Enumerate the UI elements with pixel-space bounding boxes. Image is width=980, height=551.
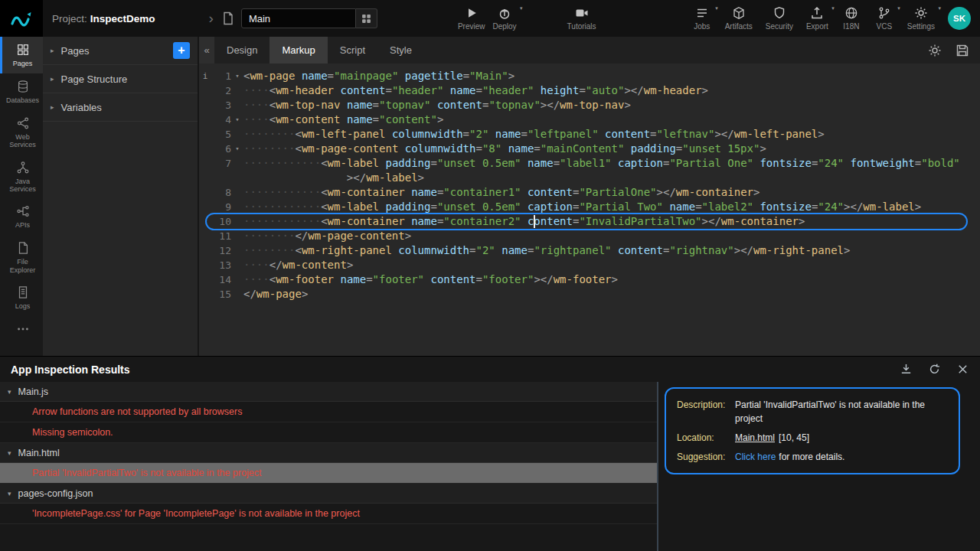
page-file-icon <box>221 11 235 26</box>
tab-style[interactable]: Style <box>377 37 424 64</box>
suggestion-label: Suggestion: <box>677 450 729 464</box>
sidebar-item-file-explorer[interactable]: File Explorer <box>0 235 43 279</box>
explorer-section-variables[interactable]: ▸Variables <box>43 93 198 122</box>
code-line-2[interactable]: 2····<wm-header content="header" name="h… <box>199 83 980 98</box>
fold-chevron-icon[interactable]: ▾ <box>231 69 243 83</box>
suggestion-link[interactable]: Click here <box>735 452 776 462</box>
page-selector-value: Main <box>249 13 270 24</box>
action-jobs[interactable]: ▾Jobs <box>688 5 716 32</box>
action-vcs[interactable]: ▾VCS <box>871 5 898 32</box>
project-name: InspectDemo <box>90 13 155 24</box>
tab-script[interactable]: Script <box>328 37 377 64</box>
action-preview[interactable]: Preview <box>454 5 489 32</box>
inspection-item[interactable]: Arrow functions are not supported by all… <box>0 402 657 422</box>
code-line-11[interactable]: 11········</wm-page-content> <box>199 229 980 243</box>
topbar: Project:InspectDemo › Main Preview▾Deplo… <box>0 0 980 37</box>
code-line-15[interactable]: 15</wm-page> <box>199 287 980 302</box>
inspection-detail: Description: Partial 'InvalidPartialTwo'… <box>658 382 980 551</box>
action-i18n[interactable]: I18N <box>838 5 865 32</box>
explorer-section-pages[interactable]: ▸Pages+ <box>43 37 198 65</box>
inspection-group-main-js[interactable]: ▾Main.js <box>0 382 657 402</box>
user-avatar[interactable]: SK <box>948 7 971 30</box>
markup-settings-gear-icon[interactable] <box>928 44 942 57</box>
code-text: </wm-page> <box>243 287 980 302</box>
chevron-down-icon: ▾ <box>831 5 835 11</box>
description-label: Description: <box>677 398 729 425</box>
code-text: ········<wm-left-panel columnwidth="2" n… <box>243 127 980 142</box>
tab-markup[interactable]: Markup <box>270 37 327 64</box>
code-line-14[interactable]: 14····<wm-footer name="footer" content="… <box>199 272 980 287</box>
line-number: 6 <box>211 142 231 156</box>
action-tutorials[interactable]: Tutorials <box>564 5 600 32</box>
action-deploy[interactable]: ▾Deploy <box>488 5 520 32</box>
inspection-item[interactable]: Partial 'InvalidPartialTwo' is not avail… <box>0 463 657 484</box>
fold-spacer <box>231 229 243 243</box>
editor-tabs: DesignMarkupScriptStyle <box>214 37 424 64</box>
sidebar-item-label: Pages <box>13 60 33 67</box>
sidebar-item-databases[interactable]: Databases <box>0 73 43 110</box>
pages-grid-icon <box>16 43 30 57</box>
project-label: Project: <box>52 13 87 24</box>
fold-spacer <box>231 127 243 142</box>
text-cursor <box>534 215 535 228</box>
fold-chevron-icon[interactable]: ▾ <box>231 142 243 156</box>
code-line-4[interactable]: 4▾····<wm-content name="content"> <box>199 112 980 127</box>
action-export[interactable]: ▾Export <box>802 5 832 32</box>
location-value: Main.html[10, 45] <box>735 431 948 445</box>
code-line-10[interactable]: 10············<wm-container name="contai… <box>199 214 980 229</box>
code-line-8[interactable]: 8············<wm-container name="contain… <box>199 185 980 200</box>
gutter-info-icon <box>199 185 211 200</box>
close-icon[interactable] <box>956 363 969 376</box>
code-line-3[interactable]: 3····<wm-top-nav name="topnav" content="… <box>199 98 980 112</box>
sidebar-item-pages[interactable]: Pages <box>0 37 43 73</box>
code-line-13[interactable]: 13····</wm-content> <box>199 258 980 272</box>
sidebar-item-apis[interactable]: APIs <box>0 198 43 235</box>
page-selector[interactable]: Main <box>241 8 356 28</box>
action-artifacts[interactable]: Artifacts <box>721 5 756 32</box>
inspection-file-name: Main.js <box>18 386 49 397</box>
inspection-title: App Inspection Results <box>11 364 130 376</box>
save-icon[interactable] <box>956 44 969 57</box>
download-icon[interactable] <box>900 363 913 376</box>
inspection-item[interactable]: Missing semicolon. <box>0 422 657 443</box>
activity-bar: PagesDatabasesWeb ServicesJava ServicesA… <box>0 37 43 356</box>
sidebar-item-logs[interactable]: Logs <box>0 279 43 316</box>
code-line-6[interactable]: 6▾········<wm-page-content columnwidth="… <box>199 142 980 156</box>
code-line-7[interactable]: 7············<wm-label padding="unset 0.… <box>199 156 980 171</box>
sidebar-item-web-services[interactable]: Web Services <box>0 110 43 155</box>
fold-spacer <box>231 98 243 112</box>
sidebar-item-java-services[interactable]: Java Services <box>0 155 43 199</box>
code-line-12[interactable]: 12········<wm-right-panel columnwidth="2… <box>199 243 980 258</box>
fold-chevron-icon[interactable]: ▾ <box>231 112 243 127</box>
shield-icon <box>773 6 786 20</box>
action-settings[interactable]: ▾Settings <box>903 5 939 32</box>
gutter-info-icon <box>199 229 211 243</box>
inspection-item[interactable]: 'IncompletePage.css' for Page 'Incomplet… <box>0 504 657 524</box>
action-security[interactable]: Security <box>762 5 797 32</box>
add-page-button[interactable]: + <box>173 42 190 59</box>
collapse-panel-button[interactable]: « <box>199 37 214 64</box>
app-logo[interactable] <box>0 0 43 37</box>
code-line-wrap[interactable]: ></wm-label> <box>199 171 980 185</box>
code-editor[interactable]: i1▾<wm-page name="mainpage" pagetitle="M… <box>199 64 980 356</box>
refresh-icon[interactable] <box>928 363 941 376</box>
line-number <box>211 171 231 185</box>
location-file-link[interactable]: Main.html <box>735 432 775 443</box>
grid-view-button[interactable] <box>356 8 377 28</box>
gutter-info-icon <box>199 200 211 214</box>
action-vcs-label: VCS <box>877 22 893 31</box>
tab-design[interactable]: Design <box>214 37 270 64</box>
editor-toolbar <box>928 44 969 57</box>
sidebar-item-more[interactable] <box>0 316 43 353</box>
code-line-5[interactable]: 5········<wm-left-panel columnwidth="2" … <box>199 127 980 142</box>
chevron-right-icon: ▸ <box>51 75 54 83</box>
chevron-down-icon: ▾ <box>897 5 900 11</box>
description-value: Partial 'InvalidPartialTwo' is not avail… <box>735 398 948 425</box>
code-line-1[interactable]: i1▾<wm-page name="mainpage" pagetitle="M… <box>199 69 980 83</box>
explorer-section-page-structure[interactable]: ▸Page Structure <box>43 65 198 93</box>
chevron-down-icon: ▾ <box>8 449 11 457</box>
code-line-9[interactable]: 9············<wm-label padding="unset 0.… <box>199 200 980 214</box>
action-tutorials-label: Tutorials <box>567 22 596 31</box>
inspection-group-main-html[interactable]: ▾Main.html <box>0 443 657 463</box>
inspection-group-pages-config-json[interactable]: ▾pages-config.json <box>0 484 657 504</box>
